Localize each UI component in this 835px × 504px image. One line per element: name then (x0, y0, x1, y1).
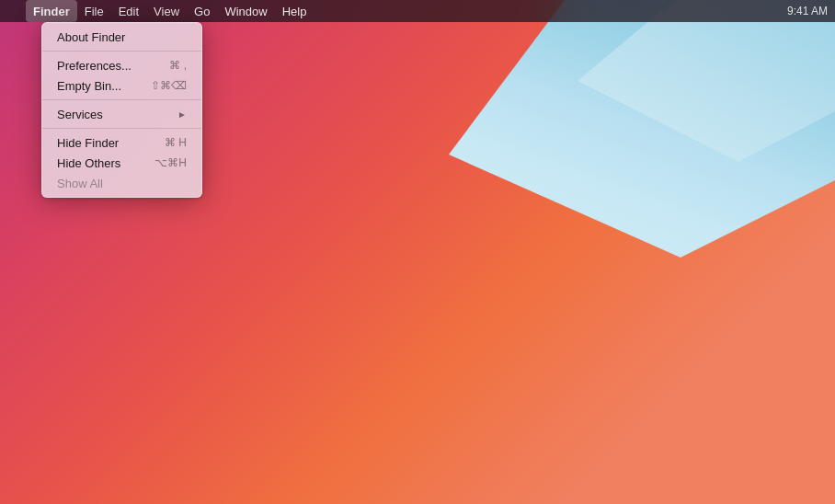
menu-separator-3 (42, 128, 201, 129)
menubar-finder-label: Finder (33, 5, 70, 18)
empty-bin-shortcut: ⇧⌘⌫ (151, 79, 187, 92)
preferences-label: Preferences... (57, 59, 169, 73)
menubar-go[interactable]: Go (187, 0, 217, 22)
menu-item-about-finder[interactable]: About Finder (46, 27, 198, 47)
menu-separator-1 (42, 51, 201, 52)
menubar-help[interactable]: Help (275, 0, 315, 22)
menu-separator-2 (42, 99, 201, 100)
menubar-items: Finder File Edit View Go Window Help (7, 0, 314, 22)
menubar-file[interactable]: File (77, 0, 111, 22)
hide-finder-shortcut: ⌘ H (165, 136, 187, 149)
menubar-finder[interactable]: Finder (26, 0, 77, 22)
menubar: Finder File Edit View Go Window Help 9:4… (0, 0, 835, 22)
hide-finder-label: Hide Finder (57, 136, 165, 150)
show-all-label: Show All (57, 177, 187, 190)
services-label: Services (57, 108, 177, 121)
menubar-clock: 9:41 AM (787, 5, 828, 17)
menubar-file-label: File (85, 5, 104, 18)
finder-dropdown-menu: About Finder Preferences... ⌘ , Empty Bi… (41, 22, 202, 198)
about-finder-label: About Finder (57, 30, 187, 44)
services-submenu-arrow: ► (177, 109, 187, 120)
menubar-view-label: View (154, 5, 179, 18)
menu-item-hide-others[interactable]: Hide Others ⌥⌘H (46, 153, 198, 173)
hide-others-shortcut: ⌥⌘H (154, 156, 187, 169)
menubar-edit[interactable]: Edit (111, 0, 146, 22)
menubar-right: 9:41 AM (787, 5, 828, 17)
menu-item-hide-finder[interactable]: Hide Finder ⌘ H (46, 132, 198, 153)
menubar-edit-label: Edit (119, 5, 139, 18)
menubar-window[interactable]: Window (217, 0, 274, 22)
preferences-shortcut: ⌘ , (169, 59, 187, 72)
empty-bin-label: Empty Bin... (57, 79, 151, 93)
menubar-window-label: Window (224, 5, 267, 18)
menu-item-services[interactable]: Services ► (46, 104, 198, 124)
menubar-apple[interactable] (7, 0, 26, 22)
menu-item-empty-bin[interactable]: Empty Bin... ⇧⌘⌫ (46, 75, 198, 96)
menu-item-preferences[interactable]: Preferences... ⌘ , (46, 55, 198, 75)
hide-others-label: Hide Others (57, 156, 154, 170)
menu-item-show-all[interactable]: Show All (46, 173, 198, 193)
menubar-help-label: Help (282, 5, 307, 18)
menubar-view[interactable]: View (146, 0, 187, 22)
menubar-go-label: Go (194, 5, 210, 18)
